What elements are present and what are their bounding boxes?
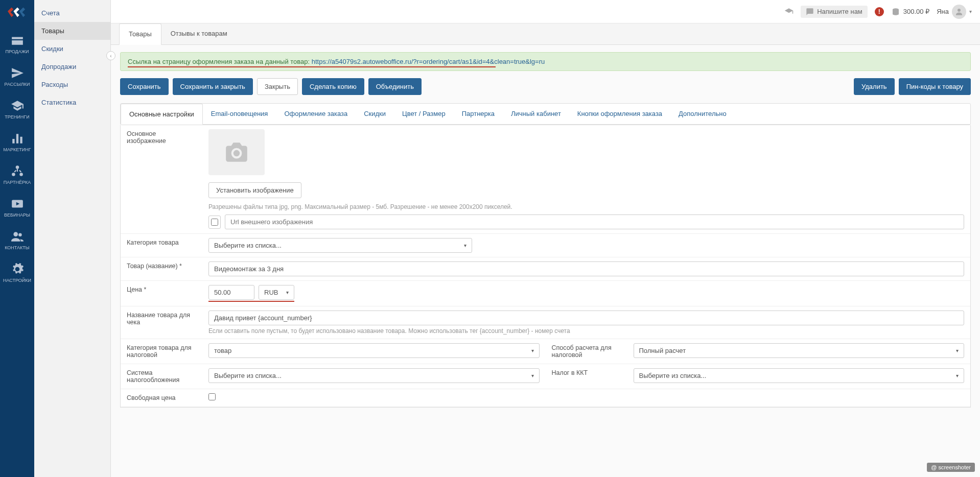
chat-icon <box>806 8 814 16</box>
svg-point-7 <box>958 9 961 12</box>
price-label: Цена * <box>121 281 202 298</box>
coins-icon <box>891 7 900 16</box>
kkt-tax-label: Налог в ККТ <box>546 364 627 387</box>
nav-settings[interactable]: НАСТРОЙКИ <box>0 256 34 289</box>
kkt-tax-select[interactable]: Выберите из списка...▾ <box>634 368 965 383</box>
chevron-down-icon: ▾ <box>531 348 534 353</box>
nav-sales[interactable]: ПРОДАЖИ <box>0 28 34 60</box>
alert-icon[interactable]: ! <box>875 7 884 16</box>
sidebar-item-upsells[interactable]: Допродажи <box>34 58 110 76</box>
tab-products[interactable]: Товары <box>119 23 161 45</box>
education-icon[interactable] <box>784 7 794 16</box>
svg-point-0 <box>15 165 19 169</box>
sidebar-item-accounts[interactable]: Счета <box>34 4 110 22</box>
tab-reviews[interactable]: Отзывы к товарам <box>161 23 237 44</box>
name-label: Товар (название) * <box>121 257 202 275</box>
currency-select[interactable]: RUB▾ <box>259 285 294 300</box>
top-tabs: Товары Отзывы к товарам <box>111 23 980 45</box>
price-input[interactable] <box>208 285 254 300</box>
sidebar-item-stats[interactable]: Статистика <box>34 93 110 111</box>
image-url-input[interactable] <box>225 214 964 229</box>
sidebar-item-expenses[interactable]: Расходы <box>34 76 110 93</box>
tax-category-label: Категория товара для налоговой <box>121 339 202 364</box>
chevron-down-icon: ▾ <box>956 348 959 353</box>
tax-system-label: Система налогообложения <box>121 364 202 389</box>
watermark: @ screenshoter <box>927 463 975 472</box>
ftab-main[interactable]: Основные настройки <box>121 104 203 125</box>
chevron-down-icon: ▾ <box>956 373 959 378</box>
merge-button[interactable]: Объединить <box>368 78 422 95</box>
camera-icon <box>224 139 249 165</box>
receipt-name-input[interactable] <box>208 311 964 325</box>
set-image-button[interactable]: Установить изображение <box>208 182 301 198</box>
sidebar-item-products[interactable]: Товары <box>34 22 110 40</box>
product-name-input[interactable] <box>208 261 964 276</box>
content: Ссылка на страницу оформления заказа на … <box>111 45 980 477</box>
payment-method-select[interactable]: Полный расчет▾ <box>634 343 965 358</box>
action-row: Сохранить Сохранить и закрыть Закрыть Сд… <box>120 78 971 95</box>
chevron-down-icon: ▾ <box>464 243 466 248</box>
url-checkbox[interactable] <box>209 219 220 226</box>
nav-mailings[interactable]: РАССЫЛКИ <box>0 60 34 93</box>
user-menu[interactable]: Яна ▾ <box>937 5 972 19</box>
payment-method-label: Способ расчета для налоговой <box>546 339 627 364</box>
write-us-button[interactable]: Напишите нам <box>801 6 868 18</box>
receipt-name-hint: Если оставить поле пустым, то будет испо… <box>208 327 964 335</box>
ftab-buttons[interactable]: Кнопки оформления заказа <box>569 104 670 124</box>
ftab-extra[interactable]: Дополнительно <box>670 104 735 124</box>
chevron-down-icon: ▾ <box>969 9 972 14</box>
pins-button[interactable]: Пин-коды к товару <box>899 78 971 95</box>
image-placeholder <box>208 129 265 175</box>
chevron-down-icon: ▾ <box>286 290 289 295</box>
svg-point-2 <box>19 173 23 176</box>
ftab-discounts[interactable]: Скидки <box>356 104 394 124</box>
image-hint: Разрешены файлы типа jpg, png. Максималь… <box>208 203 964 210</box>
receipt-name-label: Название товара для чека <box>121 306 202 331</box>
nav-webinars[interactable]: ВЕБИНАРЫ <box>0 191 34 224</box>
ftab-cabinet[interactable]: Личный кабинет <box>503 104 569 124</box>
ftab-color[interactable]: Цвет / Размер <box>394 104 454 124</box>
red-underline <box>128 66 496 67</box>
red-underline <box>208 301 294 302</box>
main-image-label: Основное изображение <box>121 125 202 150</box>
free-price-checkbox[interactable] <box>208 393 216 400</box>
form-body: Основное изображение Установить изображе… <box>120 125 971 408</box>
ftab-checkout[interactable]: Оформление заказа <box>276 104 356 124</box>
save-close-button[interactable]: Сохранить и закрыть <box>173 78 253 95</box>
balance[interactable]: 300.00 ₽ <box>891 7 929 16</box>
copy-button[interactable]: Сделать копию <box>302 78 364 95</box>
logo <box>8 5 27 17</box>
category-label: Категория товара <box>121 234 202 251</box>
nav-contacts[interactable]: КОНТАКТЫ <box>0 224 34 256</box>
top-header: Напишите нам ! 300.00 ₽ Яна ▾ <box>111 0 980 23</box>
save-button[interactable]: Сохранить <box>120 78 169 95</box>
main-area: Напишите нам ! 300.00 ₽ Яна ▾ Товары Отз… <box>111 0 980 477</box>
info-bar: Ссылка на страницу оформления заказа на … <box>120 52 971 71</box>
sidebar-item-discounts[interactable]: Скидки <box>34 40 110 58</box>
ftab-email[interactable]: Email-оповещения <box>203 104 276 124</box>
nav-marketing[interactable]: МАРКЕТИНГ <box>0 126 34 158</box>
avatar <box>952 5 966 19</box>
svg-point-4 <box>13 232 18 236</box>
collapse-sidebar-button[interactable]: ‹ <box>106 51 115 60</box>
url-checkbox-wrap[interactable] <box>208 216 221 229</box>
tax-system-select[interactable]: Выберите из списка...▾ <box>208 368 540 383</box>
nav-trainings[interactable]: ТРЕНИНГИ <box>0 93 34 126</box>
close-button[interactable]: Закрыть <box>257 78 298 95</box>
main-nav: ПРОДАЖИ РАССЫЛКИ ТРЕНИНГИ МАРКЕТИНГ ПАРТ… <box>0 0 34 477</box>
sub-sidebar: Счета Товары Скидки Допродажи Расходы Ст… <box>34 0 111 477</box>
form-tabs: Основные настройки Email-оповещения Офор… <box>120 103 971 125</box>
ftab-affiliate[interactable]: Партнерка <box>454 104 503 124</box>
delete-button[interactable]: Удалить <box>854 78 895 95</box>
order-page-link[interactable]: https://a54079s2.autoweboffice.ru/?r=ord… <box>312 58 545 65</box>
svg-point-1 <box>12 173 15 176</box>
nav-affiliate[interactable]: ПАРТНЁРКА <box>0 158 34 191</box>
svg-point-5 <box>18 233 21 237</box>
chevron-down-icon: ▾ <box>531 373 534 378</box>
free-price-label: Свободная цена <box>121 389 202 407</box>
tax-category-select[interactable]: товар▾ <box>208 343 540 358</box>
category-select[interactable]: Выберите из списка...▾ <box>208 238 472 253</box>
